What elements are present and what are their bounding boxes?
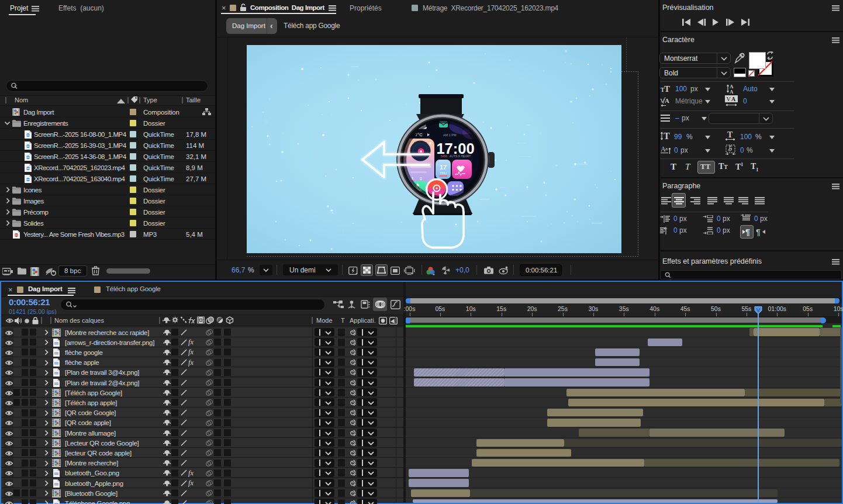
svg-text:V: V	[727, 96, 731, 102]
svg-text:AUTS K HEART: AUTS K HEART	[450, 154, 471, 158]
svg-text:THU: THU	[440, 171, 446, 175]
svg-text:a: a	[665, 146, 668, 151]
svg-text:A: A	[731, 96, 736, 102]
svg-text:0: 0	[420, 177, 422, 181]
svg-text:¶: ¶	[745, 227, 750, 236]
svg-text:¶: ¶	[756, 227, 761, 236]
svg-text:AM 1 PM: AM 1 PM	[443, 133, 457, 137]
svg-text:A: A	[665, 97, 669, 104]
svg-text:5456: 5456	[441, 154, 447, 158]
svg-text:T: T	[664, 131, 670, 141]
svg-text:A: A	[730, 89, 734, 94]
svg-text:T: T	[664, 85, 670, 92]
svg-text:T: T	[727, 131, 733, 139]
svg-text:17: 17	[440, 164, 447, 171]
